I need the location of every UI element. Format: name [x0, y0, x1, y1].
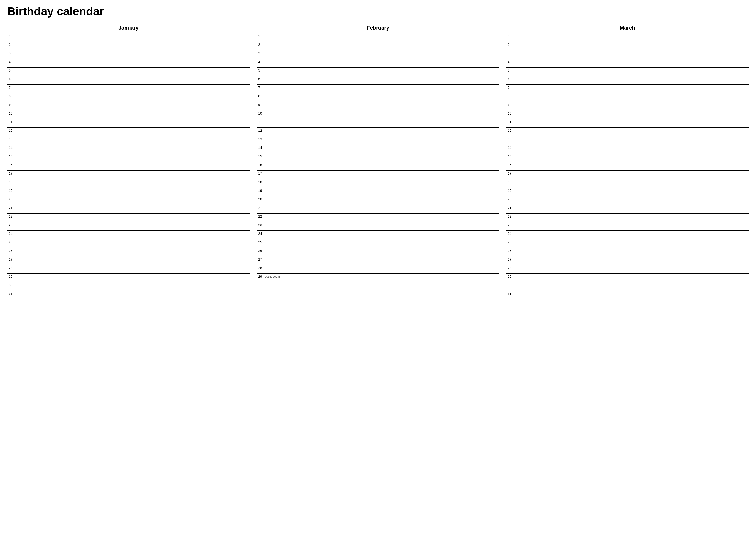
day-cell: 17 — [506, 171, 749, 179]
day-cell: 27 — [257, 256, 499, 265]
day-number: 27 — [9, 257, 13, 261]
day-number: 23 — [9, 223, 13, 227]
day-number: 23 — [258, 223, 262, 227]
table-row: 25 — [257, 239, 499, 248]
day-number: 21 — [508, 206, 512, 210]
day-cell: 5 — [506, 68, 749, 76]
table-row: 12 — [257, 128, 499, 136]
day-number: 3 — [9, 51, 11, 55]
day-cell: 8 — [257, 93, 499, 102]
day-cell: 12 — [7, 128, 250, 136]
table-row: 5 — [7, 68, 250, 76]
day-number: 28 — [9, 266, 13, 270]
day-number: 29 — [258, 275, 262, 278]
day-number: 27 — [258, 257, 262, 261]
day-cell: 26 — [7, 248, 250, 256]
table-row: 25 — [7, 239, 250, 248]
day-number: 9 — [9, 103, 11, 107]
day-number: 29 — [9, 275, 13, 278]
day-number: 18 — [9, 180, 13, 184]
day-cell: 28 — [257, 265, 499, 274]
day-cell: 23 — [506, 222, 749, 231]
day-number: 24 — [258, 232, 262, 236]
table-row: 11 — [257, 119, 499, 128]
day-number: 31 — [508, 292, 512, 296]
table-row: 9 — [7, 102, 250, 110]
day-number: 14 — [508, 146, 512, 150]
table-row: 13 — [506, 136, 749, 145]
day-cell: 26 — [257, 248, 499, 256]
day-number: 13 — [9, 137, 13, 141]
day-number: 1 — [508, 34, 510, 38]
table-row: 16 — [7, 162, 250, 171]
table-row: 29 — [506, 274, 749, 282]
day-cell: 20 — [506, 196, 749, 205]
table-row: 2 — [257, 42, 499, 50]
day-number: 8 — [508, 94, 510, 98]
day-cell: 3 — [506, 50, 749, 59]
day-number: 28 — [258, 266, 262, 270]
day-number: 18 — [258, 180, 262, 184]
table-row: 13 — [7, 136, 250, 145]
day-cell: 6 — [506, 76, 749, 85]
table-row: 25 — [506, 239, 749, 248]
table-row: 18 — [7, 179, 250, 188]
day-cell: 4 — [506, 59, 749, 68]
day-number: 17 — [258, 172, 262, 175]
day-number: 19 — [258, 189, 262, 192]
day-number: 15 — [258, 154, 262, 158]
day-cell: 25 — [506, 239, 749, 248]
day-cell: 22 — [506, 214, 749, 222]
table-row: 30 — [7, 282, 250, 291]
day-number: 18 — [508, 180, 512, 184]
day-cell: 19 — [257, 188, 499, 196]
day-number: 11 — [9, 120, 13, 124]
day-cell: 31 — [7, 291, 250, 299]
table-row: 9 — [506, 102, 749, 110]
table-row: 24 — [7, 231, 250, 239]
table-row: 3 — [506, 50, 749, 59]
table-row: 23 — [7, 222, 250, 231]
table-row: 8 — [7, 93, 250, 102]
day-number: 2 — [508, 43, 510, 46]
day-number: 10 — [258, 111, 262, 115]
table-row: 21 — [506, 205, 749, 214]
day-cell: 19 — [506, 188, 749, 196]
table-row: 26 — [257, 248, 499, 256]
day-number: 28 — [508, 266, 512, 270]
day-cell: 12 — [257, 128, 499, 136]
table-row: 4 — [257, 59, 499, 68]
table-row: 17 — [7, 171, 250, 179]
day-cell: 3 — [257, 50, 499, 59]
table-row: 28 — [506, 265, 749, 274]
day-number: 14 — [258, 146, 262, 150]
day-cell: 23 — [257, 222, 499, 231]
day-cell: 22 — [7, 214, 250, 222]
day-cell: 22 — [257, 214, 499, 222]
table-row: 10 — [7, 110, 250, 119]
day-number: 14 — [9, 146, 13, 150]
table-row: 26 — [7, 248, 250, 256]
table-row: 7 — [257, 85, 499, 93]
table-row: 14 — [506, 145, 749, 153]
day-number: 6 — [9, 77, 11, 81]
day-cell: 13 — [506, 136, 749, 145]
day-number: 1 — [258, 34, 260, 38]
day-number: 17 — [508, 172, 512, 175]
day-cell: 30 — [7, 282, 250, 291]
day-cell: 17 — [7, 171, 250, 179]
table-row: 6 — [506, 76, 749, 85]
table-row: 31 — [7, 291, 250, 299]
table-row: 4 — [7, 59, 250, 68]
day-number: 6 — [508, 77, 510, 81]
table-row: 7 — [7, 85, 250, 93]
day-cell: 1 — [257, 33, 499, 42]
table-row: 20 — [7, 196, 250, 205]
day-cell: 5 — [7, 68, 250, 76]
day-cell: 24 — [257, 231, 499, 239]
table-row: 5 — [257, 68, 499, 76]
day-number: 17 — [9, 172, 13, 175]
day-number: 8 — [258, 94, 260, 98]
table-row: 8 — [506, 93, 749, 102]
day-number: 13 — [258, 137, 262, 141]
